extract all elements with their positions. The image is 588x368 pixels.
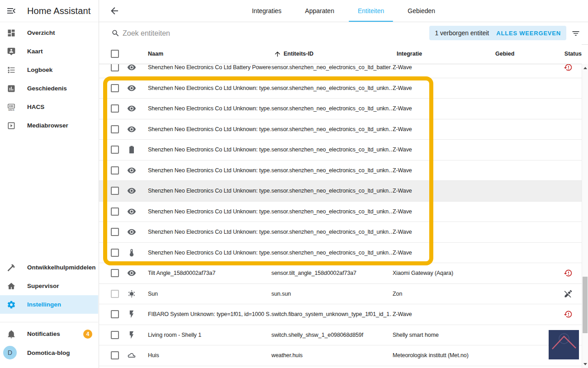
scrollbar-thumb[interactable]: [583, 277, 588, 333]
entity-area: [495, 140, 563, 160]
row-checkbox[interactable]: [111, 208, 119, 216]
eye-icon: [127, 84, 136, 93]
scrollbar-up-arrow[interactable]: [583, 67, 587, 69]
entity-area: [495, 119, 563, 140]
tab-entiteiten[interactable]: Entiteiten: [346, 0, 396, 22]
entity-area: [495, 160, 563, 181]
entity-area: [495, 181, 563, 201]
cog-icon: [7, 300, 16, 309]
filter-icon[interactable]: [571, 29, 580, 38]
entity-area: [495, 78, 563, 99]
sidebar-item-ontwikkelhulpmiddelen[interactable]: Ontwikkelhulpmiddelen: [0, 258, 98, 277]
row-checkbox[interactable]: [111, 249, 119, 257]
row-checkbox[interactable]: [111, 290, 119, 298]
table-row[interactable]: Shenzhen Neo Electronics Co Ltd Battery …: [99, 64, 582, 78]
hidden-entities-chip: 1 verborgen entiteit ALLES WEERGEVEN: [429, 26, 566, 40]
select-all-checkbox[interactable]: [111, 50, 119, 58]
table-row[interactable]: Shenzhen Neo Electronics Co Ltd Unknown:…: [99, 99, 582, 119]
entity-id: sensor.shenzhen_neo_electronics_co_ltd_u…: [271, 222, 392, 242]
table-row[interactable]: Sunsun.sunZon: [99, 284, 582, 305]
entity-name: Shenzhen Neo Electronics Co Ltd Unknown:…: [148, 119, 271, 140]
cloud-icon: [127, 351, 136, 360]
column-header-area[interactable]: Gebied: [495, 44, 514, 64]
sidebar-footer: Notificaties 4 D Domotica-blog: [0, 322, 98, 362]
eye-icon: [127, 166, 136, 175]
row-checkbox[interactable]: [111, 64, 119, 71]
table-row[interactable]: Tilt Angle_158d0002af73a7sensor.tilt_ang…: [99, 263, 582, 284]
show-all-button[interactable]: ALLES WEERGEVEN: [496, 30, 561, 37]
column-header-status[interactable]: Status: [564, 44, 582, 64]
sidebar-item-instellingen[interactable]: Instellingen: [0, 295, 98, 314]
entity-name: Shenzhen Neo Electronics Co Ltd Battery …: [148, 64, 271, 78]
row-checkbox[interactable]: [111, 125, 119, 133]
sidebar-item-overzicht[interactable]: Overzicht: [0, 24, 99, 42]
table-row[interactable]: Shenzhen Neo Electronics Co Ltd Unknown:…: [99, 202, 582, 222]
entity-id: sensor.shenzhen_neo_electronics_co_ltd_u…: [271, 160, 392, 181]
tab-integraties[interactable]: Integraties: [240, 0, 293, 22]
entity-name: Shenzhen Neo Electronics Co Ltd Unknown:…: [148, 160, 271, 181]
table-row[interactable]: Huisweather.huisMeteorologisk institutt …: [99, 345, 582, 366]
table-row[interactable]: Shenzhen Neo Electronics Co Ltd Unknown:…: [99, 119, 582, 140]
table-row[interactable]: Shenzhen Neo Electronics Co Ltd Unknown:…: [99, 222, 582, 243]
row-checkbox[interactable]: [111, 331, 119, 339]
entity-area: [495, 304, 563, 325]
pencil-off-icon[interactable]: [564, 289, 573, 298]
sidebar-item-supervisor[interactable]: Supervisor: [0, 277, 98, 295]
eye-icon: [127, 125, 136, 134]
avatar: D: [3, 346, 17, 359]
search-input[interactable]: [122, 22, 395, 45]
vertical-scrollbar[interactable]: [582, 64, 588, 368]
restore-alert-icon[interactable]: [564, 64, 573, 72]
table-row[interactable]: Shenzhen Neo Electronics Co Ltd Unknown:…: [99, 140, 582, 160]
entity-integration: Z-Wave: [393, 304, 491, 325]
sidebar-profile[interactable]: D Domotica-blog: [0, 343, 98, 362]
entity-id: weather.huis: [271, 345, 392, 366]
sidebar-item-hacs[interactable]: HACSHACS: [0, 98, 99, 116]
sidebar-item-logboek[interactable]: Logboek: [0, 61, 99, 79]
row-checkbox[interactable]: [111, 310, 119, 318]
restore-alert-icon[interactable]: [564, 310, 573, 319]
entity-name: Shenzhen Neo Electronics Co Ltd Unknown:…: [148, 222, 271, 242]
search-bar: 1 verborgen entiteit ALLES WEERGEVEN: [99, 22, 588, 45]
entity-area: [495, 99, 563, 119]
eye-icon: [127, 227, 136, 236]
tab-gebieden[interactable]: Gebieden: [396, 0, 447, 22]
search-icon: [111, 29, 120, 38]
table-row[interactable]: FIBARO System Unknown: type=1f01, id=100…: [99, 304, 582, 325]
entity-integration: Z-Wave: [393, 202, 491, 222]
row-checkbox[interactable]: [111, 228, 119, 236]
entity-integration: Meteorologisk institutt (Met.no): [393, 345, 491, 366]
tab-apparaten[interactable]: Apparaten: [293, 0, 346, 22]
restore-alert-icon[interactable]: [564, 269, 573, 278]
entity-name: Shenzhen Neo Electronics Co Ltd Unknown:…: [148, 99, 271, 119]
sidebar-toggle-icon[interactable]: [6, 5, 17, 16]
notification-badge: 4: [83, 330, 92, 339]
thermometer-icon: [127, 248, 136, 257]
row-checkbox[interactable]: [111, 104, 119, 113]
sidebar-item-kaart[interactable]: Kaart: [0, 42, 99, 61]
row-checkbox[interactable]: [111, 84, 119, 92]
row-checkbox[interactable]: [111, 187, 119, 195]
hidden-entities-text: 1 verborgen entiteit: [435, 29, 489, 37]
column-header-name[interactable]: Naam: [148, 44, 163, 64]
table-row[interactable]: Shenzhen Neo Electronics Co Ltd Unknown:…: [99, 243, 582, 264]
table-row[interactable]: Shenzhen Neo Electronics Co Ltd Unknown:…: [99, 181, 582, 202]
row-checkbox[interactable]: [111, 146, 119, 154]
sidebar-item-geschiedenis[interactable]: Geschiedenis: [0, 79, 99, 98]
table-row[interactable]: Shenzhen Neo Electronics Co Ltd Unknown:…: [99, 78, 582, 99]
view-dashboard-icon: [7, 28, 16, 38]
scrollbar-down-arrow[interactable]: [583, 363, 587, 365]
chart-box-icon: [7, 84, 16, 93]
table-scroll-area: Shenzhen Neo Electronics Co Ltd Battery …: [99, 64, 582, 368]
row-checkbox[interactable]: [111, 166, 119, 175]
sidebar-nav: OverzichtKaartLogboekGeschiedenisHACSHAC…: [0, 22, 99, 135]
row-checkbox[interactable]: [111, 269, 119, 277]
column-header-entity-id[interactable]: Entiteits-ID: [274, 44, 313, 64]
hammer-icon: [7, 263, 16, 272]
row-checkbox[interactable]: [111, 351, 119, 359]
column-header-integration[interactable]: Integratie: [397, 44, 422, 64]
table-row[interactable]: Shenzhen Neo Electronics Co Ltd Unknown:…: [99, 160, 582, 181]
sidebar-item-mediabrowser[interactable]: Mediabrowser: [0, 116, 99, 135]
table-row[interactable]: Living room - Shelly 1switch.shelly_shsw…: [99, 325, 582, 346]
sidebar-item-notifications[interactable]: Notificaties 4: [0, 325, 98, 343]
